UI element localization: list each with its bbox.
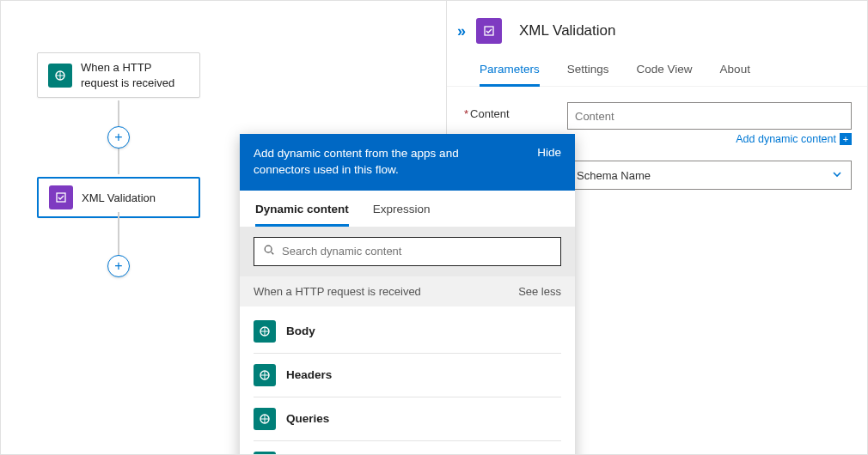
svg-rect-2 (485, 27, 493, 35)
flyout-header: Add dynamic content from the apps and co… (240, 134, 575, 191)
list-item[interactable]: Queries (254, 397, 561, 441)
connector-line-2 (118, 212, 119, 255)
http-trigger-icon (254, 320, 276, 343)
list-item[interactable]: Body (254, 310, 561, 354)
http-trigger-icon (48, 64, 72, 88)
add-dynamic-content-link[interactable]: Add dynamic content + (567, 133, 852, 145)
search-icon (263, 244, 275, 259)
tab-dynamic-content[interactable]: Dynamic content (255, 199, 349, 227)
svg-line-4 (272, 252, 274, 254)
xml-validation-icon (476, 18, 502, 44)
list-item[interactable]: Path Parameters (254, 441, 561, 455)
dynamic-content-flyout: Add dynamic content from the apps and co… (240, 134, 575, 455)
svg-point-3 (265, 246, 272, 252)
http-trigger-icon (254, 364, 276, 386)
xml-validation-icon (49, 185, 73, 209)
search-box[interactable] (254, 237, 561, 266)
flyout-tabs: Dynamic content Expression (240, 191, 575, 227)
action-label: XML Validation (82, 191, 156, 204)
section-title: When a HTTP request is received (254, 285, 421, 298)
panel-header: » XML Validation (447, 1, 867, 52)
flyout-header-text: Add dynamic content from the apps and co… (254, 146, 494, 179)
plus-icon: + (840, 133, 852, 145)
chevron-down-icon (832, 169, 842, 182)
list-item[interactable]: Headers (254, 354, 561, 397)
search-area (240, 227, 575, 276)
trigger-node[interactable]: When a HTTP request is received (37, 52, 200, 98)
schema-name-placeholder: Schema Name (577, 169, 651, 182)
schema-name-select[interactable]: Schema Name (567, 161, 852, 190)
hide-flyout-link[interactable]: Hide (537, 146, 561, 159)
http-trigger-icon (254, 408, 276, 430)
tab-expression[interactable]: Expression (373, 199, 431, 227)
collapse-panel-icon[interactable]: » (457, 22, 462, 40)
tab-settings[interactable]: Settings (567, 58, 609, 86)
add-step-button[interactable]: + (107, 126, 130, 149)
search-input[interactable] (282, 245, 552, 258)
http-trigger-icon (254, 452, 276, 455)
tab-about[interactable]: About (720, 58, 750, 86)
panel-tabs: Parameters Settings Code View About (447, 52, 867, 87)
panel-title: XML Validation (519, 22, 615, 39)
section-header: When a HTTP request is received See less (240, 276, 575, 306)
dynamic-content-list: Body Headers Queries Path Parameters (240, 306, 575, 455)
see-less-link[interactable]: See less (518, 285, 561, 298)
content-label: *Content (464, 102, 567, 120)
add-step-button-2[interactable]: + (107, 255, 130, 277)
tab-parameters[interactable]: Parameters (480, 58, 540, 87)
content-input[interactable] (567, 102, 852, 130)
tab-code-view[interactable]: Code View (637, 58, 693, 86)
svg-rect-1 (57, 193, 65, 202)
trigger-label: When a HTTP request is received (81, 60, 189, 90)
